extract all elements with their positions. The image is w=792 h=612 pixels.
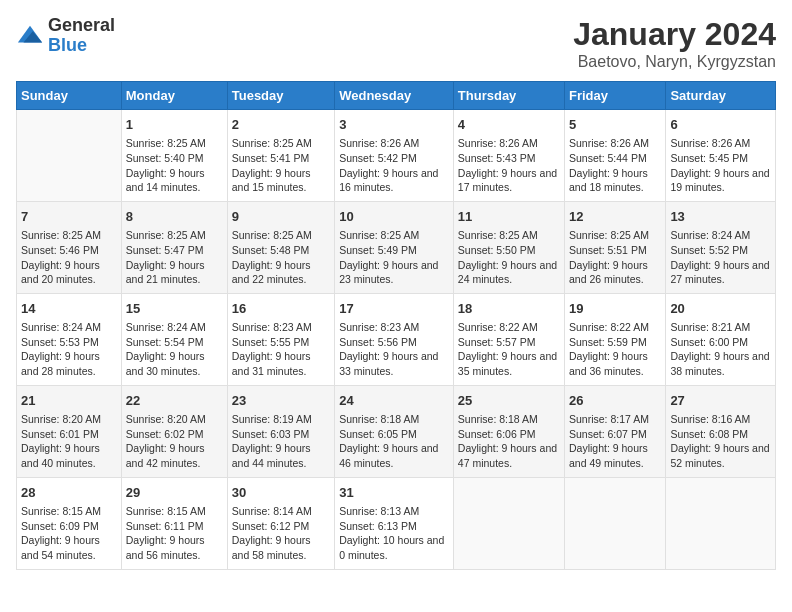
calendar-cell: 23Sunrise: 8:19 AMSunset: 6:03 PMDayligh… [227,385,334,477]
calendar-body: 1Sunrise: 8:25 AMSunset: 5:40 PMDaylight… [17,110,776,570]
logo-icon [16,22,44,50]
header-wednesday: Wednesday [335,82,454,110]
day-info: Sunrise: 8:20 AMSunset: 6:02 PMDaylight:… [126,412,223,471]
day-info: Sunrise: 8:26 AMSunset: 5:42 PMDaylight:… [339,136,449,195]
day-info: Sunrise: 8:25 AMSunset: 5:46 PMDaylight:… [21,228,117,287]
day-info: Sunrise: 8:15 AMSunset: 6:11 PMDaylight:… [126,504,223,563]
day-number: 4 [458,116,560,134]
day-info: Sunrise: 8:25 AMSunset: 5:50 PMDaylight:… [458,228,560,287]
page-header: General Blue January 2024 Baetovo, Naryn… [16,16,776,71]
day-info: Sunrise: 8:16 AMSunset: 6:08 PMDaylight:… [670,412,771,471]
day-number: 20 [670,300,771,318]
logo-general-text: General [48,15,115,35]
day-number: 29 [126,484,223,502]
day-number: 2 [232,116,330,134]
day-info: Sunrise: 8:25 AMSunset: 5:51 PMDaylight:… [569,228,661,287]
calendar-cell: 14Sunrise: 8:24 AMSunset: 5:53 PMDayligh… [17,293,122,385]
day-number: 8 [126,208,223,226]
header-saturday: Saturday [666,82,776,110]
calendar-cell: 13Sunrise: 8:24 AMSunset: 5:52 PMDayligh… [666,201,776,293]
day-number: 22 [126,392,223,410]
calendar-cell: 2Sunrise: 8:25 AMSunset: 5:41 PMDaylight… [227,110,334,202]
day-info: Sunrise: 8:15 AMSunset: 6:09 PMDaylight:… [21,504,117,563]
day-info: Sunrise: 8:25 AMSunset: 5:49 PMDaylight:… [339,228,449,287]
calendar-table: Sunday Monday Tuesday Wednesday Thursday… [16,81,776,570]
calendar-cell: 18Sunrise: 8:22 AMSunset: 5:57 PMDayligh… [453,293,564,385]
calendar-cell [17,110,122,202]
day-info: Sunrise: 8:18 AMSunset: 6:06 PMDaylight:… [458,412,560,471]
header-monday: Monday [121,82,227,110]
calendar-cell: 7Sunrise: 8:25 AMSunset: 5:46 PMDaylight… [17,201,122,293]
calendar-cell [565,477,666,569]
calendar-cell: 12Sunrise: 8:25 AMSunset: 5:51 PMDayligh… [565,201,666,293]
calendar-cell: 29Sunrise: 8:15 AMSunset: 6:11 PMDayligh… [121,477,227,569]
calendar-cell: 1Sunrise: 8:25 AMSunset: 5:40 PMDaylight… [121,110,227,202]
calendar-cell: 17Sunrise: 8:23 AMSunset: 5:56 PMDayligh… [335,293,454,385]
day-number: 5 [569,116,661,134]
day-number: 27 [670,392,771,410]
day-info: Sunrise: 8:18 AMSunset: 6:05 PMDaylight:… [339,412,449,471]
day-number: 30 [232,484,330,502]
logo-blue-text: Blue [48,35,87,55]
calendar-cell: 11Sunrise: 8:25 AMSunset: 5:50 PMDayligh… [453,201,564,293]
day-number: 28 [21,484,117,502]
calendar-cell: 6Sunrise: 8:26 AMSunset: 5:45 PMDaylight… [666,110,776,202]
day-number: 23 [232,392,330,410]
day-info: Sunrise: 8:22 AMSunset: 5:59 PMDaylight:… [569,320,661,379]
calendar-cell: 21Sunrise: 8:20 AMSunset: 6:01 PMDayligh… [17,385,122,477]
day-number: 18 [458,300,560,318]
day-number: 12 [569,208,661,226]
calendar-cell: 24Sunrise: 8:18 AMSunset: 6:05 PMDayligh… [335,385,454,477]
calendar-cell: 26Sunrise: 8:17 AMSunset: 6:07 PMDayligh… [565,385,666,477]
calendar-cell: 20Sunrise: 8:21 AMSunset: 6:00 PMDayligh… [666,293,776,385]
day-info: Sunrise: 8:13 AMSunset: 6:13 PMDaylight:… [339,504,449,563]
day-info: Sunrise: 8:25 AMSunset: 5:48 PMDaylight:… [232,228,330,287]
calendar-cell: 19Sunrise: 8:22 AMSunset: 5:59 PMDayligh… [565,293,666,385]
day-info: Sunrise: 8:26 AMSunset: 5:45 PMDaylight:… [670,136,771,195]
day-info: Sunrise: 8:24 AMSunset: 5:53 PMDaylight:… [21,320,117,379]
day-number: 17 [339,300,449,318]
header-thursday: Thursday [453,82,564,110]
day-info: Sunrise: 8:14 AMSunset: 6:12 PMDaylight:… [232,504,330,563]
day-info: Sunrise: 8:26 AMSunset: 5:43 PMDaylight:… [458,136,560,195]
calendar-cell: 27Sunrise: 8:16 AMSunset: 6:08 PMDayligh… [666,385,776,477]
day-number: 24 [339,392,449,410]
calendar-cell: 10Sunrise: 8:25 AMSunset: 5:49 PMDayligh… [335,201,454,293]
day-info: Sunrise: 8:21 AMSunset: 6:00 PMDaylight:… [670,320,771,379]
day-number: 31 [339,484,449,502]
calendar-cell: 9Sunrise: 8:25 AMSunset: 5:48 PMDaylight… [227,201,334,293]
day-number: 6 [670,116,771,134]
day-info: Sunrise: 8:24 AMSunset: 5:52 PMDaylight:… [670,228,771,287]
day-number: 21 [21,392,117,410]
day-info: Sunrise: 8:23 AMSunset: 5:56 PMDaylight:… [339,320,449,379]
logo: General Blue [16,16,115,56]
day-number: 19 [569,300,661,318]
day-number: 15 [126,300,223,318]
day-info: Sunrise: 8:17 AMSunset: 6:07 PMDaylight:… [569,412,661,471]
day-info: Sunrise: 8:23 AMSunset: 5:55 PMDaylight:… [232,320,330,379]
day-number: 10 [339,208,449,226]
day-number: 14 [21,300,117,318]
main-title: January 2024 [573,16,776,53]
day-number: 3 [339,116,449,134]
day-number: 25 [458,392,560,410]
title-section: January 2024 Baetovo, Naryn, Kyrgyzstan [573,16,776,71]
calendar-cell: 28Sunrise: 8:15 AMSunset: 6:09 PMDayligh… [17,477,122,569]
calendar-cell: 5Sunrise: 8:26 AMSunset: 5:44 PMDaylight… [565,110,666,202]
day-info: Sunrise: 8:25 AMSunset: 5:40 PMDaylight:… [126,136,223,195]
calendar-cell: 31Sunrise: 8:13 AMSunset: 6:13 PMDayligh… [335,477,454,569]
header-friday: Friday [565,82,666,110]
calendar-cell: 3Sunrise: 8:26 AMSunset: 5:42 PMDaylight… [335,110,454,202]
day-info: Sunrise: 8:24 AMSunset: 5:54 PMDaylight:… [126,320,223,379]
day-number: 26 [569,392,661,410]
header-sunday: Sunday [17,82,122,110]
day-info: Sunrise: 8:25 AMSunset: 5:47 PMDaylight:… [126,228,223,287]
day-info: Sunrise: 8:26 AMSunset: 5:44 PMDaylight:… [569,136,661,195]
day-number: 16 [232,300,330,318]
calendar-header: Sunday Monday Tuesday Wednesday Thursday… [17,82,776,110]
day-info: Sunrise: 8:22 AMSunset: 5:57 PMDaylight:… [458,320,560,379]
calendar-cell [666,477,776,569]
day-info: Sunrise: 8:19 AMSunset: 6:03 PMDaylight:… [232,412,330,471]
calendar-cell: 22Sunrise: 8:20 AMSunset: 6:02 PMDayligh… [121,385,227,477]
day-info: Sunrise: 8:25 AMSunset: 5:41 PMDaylight:… [232,136,330,195]
